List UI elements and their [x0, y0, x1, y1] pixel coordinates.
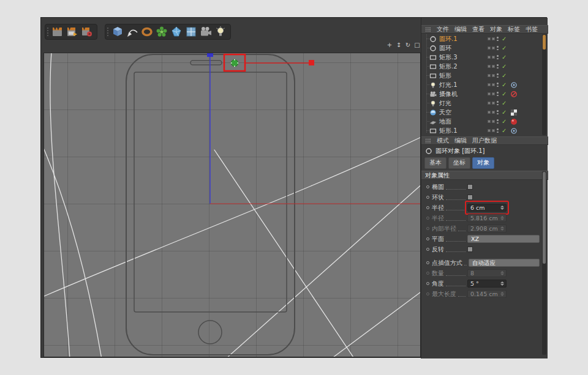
menu-item-4[interactable]: 对象	[490, 25, 502, 34]
layer-toggle-squares[interactable]	[488, 111, 495, 114]
enabled-check-icon[interactable]: ✓	[502, 53, 507, 62]
menu-item-2[interactable]: 编辑	[454, 136, 467, 145]
pen-spline-icon[interactable]	[125, 25, 140, 39]
render-settings-icon[interactable]	[80, 25, 94, 39]
array-tool-icon[interactable]	[184, 25, 198, 39]
visibility-dots[interactable]	[497, 83, 499, 87]
visibility-dots[interactable]	[497, 64, 499, 69]
panel-grip-icon[interactable]	[425, 27, 431, 32]
torus-primitive-icon[interactable]	[140, 25, 154, 39]
layer-toggle-squares[interactable]	[488, 56, 495, 59]
visibility-dots[interactable]	[497, 101, 499, 105]
visibility-dots[interactable]	[497, 55, 499, 59]
object-row-circle[interactable]: 圆环.1✓	[421, 34, 542, 43]
add-cube-icon[interactable]	[110, 25, 125, 39]
spinner-arrows[interactable]	[500, 281, 505, 286]
keyframe-dot-icon[interactable]	[426, 282, 429, 285]
layer-toggle-squares[interactable]	[488, 65, 495, 68]
object-row-rect[interactable]: 矩形.3✓	[421, 53, 542, 62]
visibility-dots[interactable]	[497, 73, 499, 78]
enabled-check-icon[interactable]: ✓	[502, 80, 507, 89]
light-tool-icon[interactable]	[213, 25, 228, 39]
menu-item-2[interactable]: 编辑	[454, 25, 467, 34]
spinner-arrows[interactable]	[500, 206, 505, 210]
menu-item-1[interactable]: 模式	[437, 136, 449, 145]
no-tag-icon[interactable]	[510, 91, 518, 98]
spline-flower-icon[interactable]	[154, 25, 169, 39]
enabled-check-icon[interactable]: ✓	[502, 43, 507, 53]
layer-toggle-squares[interactable]	[488, 120, 495, 123]
visibility-dots[interactable]	[497, 92, 499, 96]
visibility-dots[interactable]	[497, 110, 499, 114]
visibility-dots[interactable]	[497, 37, 499, 41]
enabled-check-icon[interactable]: ✓	[502, 98, 507, 108]
menu-item-6[interactable]: 书签	[526, 25, 538, 34]
render-to-picture-viewer-icon[interactable]	[65, 25, 80, 39]
layer-toggle-squares[interactable]	[488, 74, 495, 77]
menu-item-3[interactable]: 查看	[472, 25, 484, 34]
object-row-light[interactable]: 灯光✓	[421, 98, 542, 108]
object-row-camera[interactable]: 摄像机✓	[421, 89, 542, 98]
object-row-rect[interactable]: 矩形.1✓	[421, 126, 542, 135]
layer-toggle-squares[interactable]	[488, 129, 495, 132]
render-view-icon[interactable]	[50, 25, 65, 39]
enabled-check-icon[interactable]: ✓	[502, 62, 507, 71]
red-handle-point[interactable]	[309, 60, 314, 65]
enabled-check-icon[interactable]: ✓	[502, 108, 507, 117]
object-manager-scrollbar[interactable]	[542, 34, 546, 135]
layer-toggle-squares[interactable]	[488, 46, 495, 50]
texture-tag-icon[interactable]	[510, 109, 518, 116]
layer-toggle-squares[interactable]	[488, 102, 495, 105]
menu-item-5[interactable]: 标签	[508, 25, 520, 34]
panel-grip-icon[interactable]	[425, 138, 431, 143]
keyframe-dot-icon[interactable]	[426, 206, 429, 209]
object-row-rect[interactable]: 矩形.2✓	[421, 62, 542, 71]
enabled-check-icon[interactable]: ✓	[502, 89, 507, 98]
keyframe-dot-icon[interactable]	[426, 248, 429, 251]
visibility-dots[interactable]	[497, 119, 499, 124]
material-tag-icon[interactable]	[510, 118, 518, 125]
pan-icon[interactable]: +	[386, 41, 393, 49]
dropdown-select[interactable]: XZ	[467, 235, 540, 243]
rotate-icon[interactable]: ↻	[404, 41, 412, 49]
enabled-check-icon[interactable]: ✓	[502, 117, 507, 126]
scrollbar-thumb[interactable]	[543, 172, 546, 264]
checkbox[interactable]	[467, 195, 473, 200]
menu-item-1[interactable]: 文件	[437, 25, 449, 34]
enabled-check-icon[interactable]: ✓	[502, 71, 507, 80]
toggle-view-icon[interactable]: □	[413, 41, 421, 49]
number-input[interactable]: 6 cm	[467, 204, 507, 212]
tab-1[interactable]: 基本	[424, 157, 447, 169]
scrollbar-thumb[interactable]	[543, 35, 546, 50]
object-row-light[interactable]: 灯光.1✓	[421, 80, 542, 89]
keyframe-dot-icon[interactable]	[426, 237, 429, 240]
enabled-check-icon[interactable]: ✓	[502, 34, 507, 43]
object-row-rect[interactable]: 矩形✓	[421, 71, 542, 80]
checkbox[interactable]	[467, 247, 473, 252]
target-tag-icon[interactable]	[510, 127, 518, 135]
object-row-sky[interactable]: 天空✓	[421, 108, 542, 117]
attribute-scrollbar[interactable]	[542, 171, 546, 355]
keyframe-dot-icon[interactable]	[426, 196, 429, 199]
zoom-icon[interactable]: ↕	[395, 41, 402, 49]
object-row-circle[interactable]: 圆环✓	[421, 43, 542, 53]
menu-item-3[interactable]: 用户数据	[472, 136, 497, 145]
layer-toggle-squares[interactable]	[488, 92, 495, 95]
ring-spline-object[interactable]	[231, 59, 238, 67]
target-tag-icon[interactable]	[510, 81, 518, 89]
layer-toggle-squares[interactable]	[488, 37, 495, 40]
dropdown-select[interactable]: 自动适应	[469, 259, 540, 267]
visibility-dots[interactable]	[497, 46, 499, 50]
viewport-3d[interactable]	[43, 53, 421, 357]
keyframe-dot-icon[interactable]	[426, 261, 429, 264]
camera-tool-icon[interactable]	[198, 25, 213, 39]
object-row-floor[interactable]: 地面✓	[421, 117, 542, 126]
layer-toggle-squares[interactable]	[488, 83, 495, 86]
platonic-gem-icon[interactable]	[169, 25, 184, 39]
tab-2[interactable]: 坐标	[448, 157, 470, 169]
enabled-check-icon[interactable]: ✓	[502, 126, 507, 135]
keyframe-dot-icon[interactable]	[426, 185, 429, 188]
visibility-dots[interactable]	[497, 128, 499, 133]
checkbox[interactable]	[467, 184, 473, 190]
number-input[interactable]: 5 °	[467, 280, 507, 288]
